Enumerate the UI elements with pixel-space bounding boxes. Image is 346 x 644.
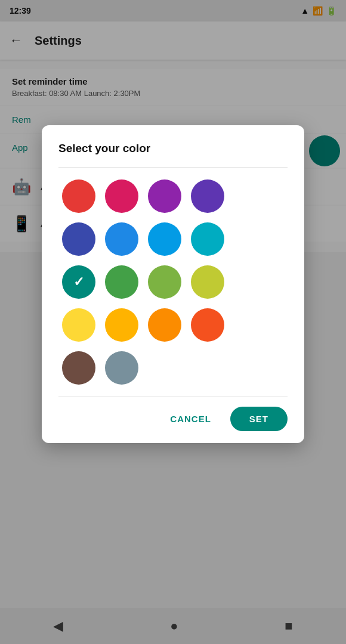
divider-bottom [58, 397, 288, 397]
color-option-purple[interactable] [148, 179, 181, 213]
color-option-teal[interactable] [62, 265, 95, 299]
color-picker-dialog: Select your color CANCEL SET [42, 125, 304, 443]
cancel-button[interactable]: CANCEL [158, 408, 223, 430]
color-option-yellow[interactable] [62, 308, 95, 342]
color-option-deep-orange[interactable] [191, 308, 224, 342]
color-option-orange[interactable] [148, 308, 181, 342]
color-option-amber[interactable] [105, 308, 138, 342]
dialog-actions: CANCEL SET [58, 407, 288, 431]
color-option-indigo[interactable] [62, 222, 95, 256]
color-option-pink[interactable] [105, 179, 138, 213]
color-option-blue-grey[interactable] [105, 351, 138, 385]
set-button[interactable]: SET [230, 407, 288, 431]
color-option-lime[interactable] [191, 265, 224, 299]
color-option-cyan[interactable] [191, 222, 224, 256]
color-option-deep-purple[interactable] [191, 179, 224, 213]
color-grid [58, 179, 288, 385]
color-option-green[interactable] [105, 265, 138, 299]
dialog-title: Select your color [58, 142, 288, 155]
color-option-light-blue[interactable] [148, 222, 181, 256]
color-option-red[interactable] [62, 179, 95, 213]
color-option-brown[interactable] [62, 351, 95, 385]
color-option-blue[interactable] [105, 222, 138, 256]
color-option-light-green[interactable] [148, 265, 181, 299]
divider-top [58, 167, 288, 168]
dialog-overlay: Select your color CANCEL SET [0, 0, 346, 644]
